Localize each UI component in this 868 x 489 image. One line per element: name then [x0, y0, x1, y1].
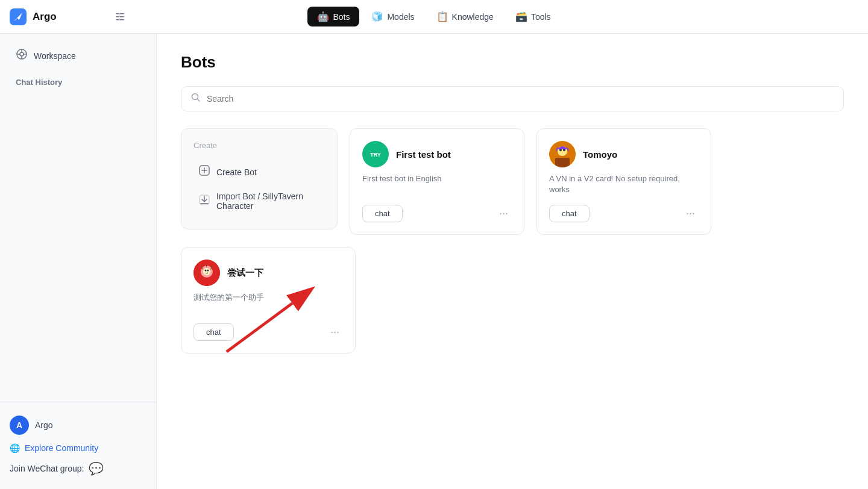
bot-name-1: Tomoyo: [583, 149, 617, 160]
bot-actions-1: chat ···: [549, 205, 699, 222]
main-layout: Workspace Chat History A Argo 🌐 Explore …: [0, 34, 868, 489]
tomoyo-avatar: [549, 141, 576, 167]
sidebar-item-workspace[interactable]: Workspace: [10, 43, 146, 68]
bot-card-chinese: 尝试一下 测试您的第一个助手 chat ···: [181, 247, 356, 354]
import-bot-label: Import Bot / SillyTavern Character: [216, 192, 320, 211]
bots-grid: Create Create Bot: [181, 128, 844, 354]
tab-tools-label: Tools: [531, 12, 551, 22]
explore-label: Explore Community: [25, 443, 98, 453]
bot-name-0: First test bot: [396, 149, 451, 160]
bot-header-tomoyo: Tomoyo: [549, 141, 699, 167]
search-bar: [181, 86, 844, 111]
search-icon: [191, 93, 201, 105]
bot-desc-2: 测试您的第一个助手: [193, 292, 343, 314]
nav-left: Argo: [0, 8, 129, 26]
workspace-label: Workspace: [34, 51, 76, 61]
explore-community-link[interactable]: 🌐 Explore Community: [10, 438, 146, 458]
svg-point-26: [205, 270, 207, 272]
avatar: A: [10, 416, 29, 435]
more-options-1[interactable]: ···: [682, 205, 699, 222]
workspace-icon: [16, 48, 28, 63]
sidebar-toggle-button[interactable]: [111, 8, 129, 26]
more-options-0[interactable]: ···: [495, 205, 512, 222]
tools-icon: 🗃️: [515, 11, 527, 22]
models-icon: 🧊: [371, 11, 383, 22]
wechat-icon: 💬: [89, 461, 104, 476]
import-bot-option[interactable]: Import Bot / SillyTavern Character: [193, 185, 325, 217]
svg-rect-3: [116, 19, 124, 20]
chat-button-2[interactable]: chat: [193, 323, 234, 341]
wechat-label: Join WeChat group:: [10, 464, 84, 473]
bot-avatar-try: TRY: [362, 141, 389, 167]
globe-icon: 🌐: [10, 443, 20, 453]
user-name: Argo: [35, 420, 53, 430]
bot3-avatar: [193, 260, 220, 286]
create-card-title: Create: [193, 141, 325, 150]
more-options-2[interactable]: ···: [327, 323, 343, 341]
svg-line-12: [198, 99, 200, 102]
svg-rect-2: [116, 16, 124, 17]
wechat-row: Join WeChat group: 💬: [10, 458, 146, 479]
tab-models-label: Models: [387, 12, 414, 22]
search-input[interactable]: [207, 94, 834, 104]
app-title: Argo: [33, 11, 57, 23]
bot-header-chinese: 尝试一下: [193, 260, 343, 286]
svg-point-27: [207, 270, 209, 272]
create-bot-label: Create Bot: [216, 167, 257, 177]
chat-button-0[interactable]: chat: [362, 205, 403, 222]
svg-text:TRY: TRY: [370, 152, 381, 158]
bot-name-2: 尝试一下: [227, 267, 263, 279]
bot-desc-1: A VN in a V2 card! No setup required, wo…: [549, 173, 699, 195]
bot-card-tomoyo: Tomoyo A VN in a V2 card! No setup requi…: [536, 128, 711, 235]
bot-desc-0: First test bot in English: [362, 173, 512, 195]
svg-point-6: [20, 52, 24, 56]
chat-history-label: Chat History: [10, 68, 146, 90]
user-profile[interactable]: A Argo: [10, 412, 146, 438]
nav-tabs: 🤖 Bots 🧊 Models 📋 Knowledge 🗃️ Tools: [307, 7, 560, 26]
bot-card-first-test-bot: TRY First test bot First test bot in Eng…: [350, 128, 524, 235]
page-title: Bots: [181, 53, 844, 72]
create-card: Create Create Bot: [181, 128, 338, 229]
bot-actions-2: chat ···: [193, 323, 343, 341]
create-bot-option[interactable]: Create Bot: [193, 158, 325, 185]
argo-logo-icon: [10, 8, 27, 25]
bot-actions-0: chat ···: [362, 205, 512, 222]
sidebar-top: Workspace Chat History: [0, 34, 156, 100]
bots-icon: 🤖: [317, 11, 329, 22]
chat-button-1[interactable]: chat: [549, 205, 590, 222]
sidebar-bottom: A Argo 🌐 Explore Community Join WeChat g…: [0, 402, 156, 489]
import-icon: [198, 194, 210, 209]
top-nav: Argo 🤖 Bots 🧊 Models 📋 Knowledge 🗃️ Tool…: [0, 0, 868, 34]
tab-bots[interactable]: 🤖 Bots: [307, 7, 359, 26]
tab-knowledge-label: Knowledge: [452, 12, 494, 22]
svg-point-25: [203, 268, 210, 275]
tab-tools[interactable]: 🗃️ Tools: [506, 7, 561, 26]
main-content: Bots Create: [157, 34, 868, 489]
tab-knowledge[interactable]: 📋 Knowledge: [427, 7, 503, 26]
sidebar: Workspace Chat History A Argo 🌐 Explore …: [0, 34, 157, 489]
svg-rect-1: [116, 13, 124, 14]
knowledge-icon: 📋: [436, 11, 448, 22]
bot-header: TRY First test bot: [362, 141, 512, 167]
tab-bots-label: Bots: [333, 12, 350, 22]
tab-models[interactable]: 🧊 Models: [362, 7, 424, 26]
plus-icon: [198, 164, 210, 179]
svg-rect-20: [555, 158, 570, 167]
